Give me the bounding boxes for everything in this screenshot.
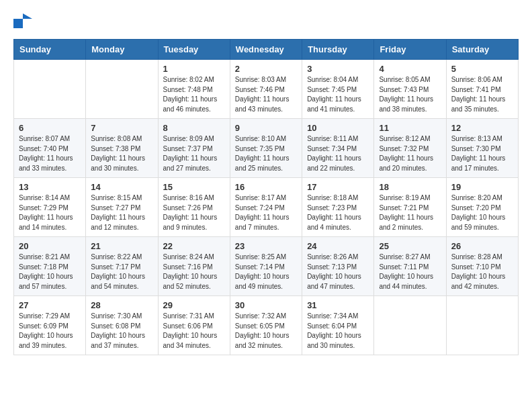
calendar-cell: 13Sunrise: 8:14 AM Sunset: 7:29 PM Dayli… (14, 178, 86, 237)
calendar-cell: 10Sunrise: 8:11 AM Sunset: 7:34 PM Dayli… (302, 119, 374, 178)
day-info: Sunrise: 8:16 AM Sunset: 7:26 PM Dayligh… (163, 193, 225, 232)
calendar-cell: 27Sunrise: 7:29 AM Sunset: 6:09 PM Dayli… (14, 296, 86, 355)
calendar-cell: 7Sunrise: 8:08 AM Sunset: 7:38 PM Daylig… (86, 119, 158, 178)
calendar-cell: 28Sunrise: 7:30 AM Sunset: 6:08 PM Dayli… (86, 296, 158, 355)
calendar-cell: 30Sunrise: 7:32 AM Sunset: 6:05 PM Dayli… (230, 296, 302, 355)
day-number: 19 (451, 182, 513, 192)
day-number: 4 (379, 64, 441, 74)
day-number: 25 (379, 241, 441, 251)
day-info: Sunrise: 8:17 AM Sunset: 7:24 PM Dayligh… (235, 193, 297, 232)
calendar-cell: 19Sunrise: 8:20 AM Sunset: 7:20 PM Dayli… (446, 178, 518, 237)
day-number: 7 (91, 123, 152, 133)
day-info: Sunrise: 8:18 AM Sunset: 7:23 PM Dayligh… (307, 193, 369, 232)
calendar-cell: 4Sunrise: 8:05 AM Sunset: 7:43 PM Daylig… (374, 60, 446, 119)
day-number: 13 (19, 182, 81, 192)
day-number: 1 (163, 64, 225, 74)
calendar-cell: 8Sunrise: 8:09 AM Sunset: 7:37 PM Daylig… (158, 119, 230, 178)
day-number: 11 (379, 123, 441, 133)
calendar-cell: 18Sunrise: 8:19 AM Sunset: 7:21 PM Dayli… (374, 178, 446, 237)
calendar-week-1: 1Sunrise: 8:02 AM Sunset: 7:48 PM Daylig… (14, 60, 519, 119)
day-info: Sunrise: 8:24 AM Sunset: 7:16 PM Dayligh… (163, 253, 225, 291)
day-number: 9 (235, 123, 297, 133)
day-number: 29 (163, 300, 225, 310)
weekday-header-thursday: Thursday (302, 40, 374, 60)
day-info: Sunrise: 8:26 AM Sunset: 7:13 PM Dayligh… (307, 253, 369, 291)
day-info: Sunrise: 8:13 AM Sunset: 7:30 PM Dayligh… (451, 134, 513, 173)
day-number: 16 (235, 182, 297, 192)
weekday-header-tuesday: Tuesday (158, 40, 230, 60)
day-info: Sunrise: 8:21 AM Sunset: 7:18 PM Dayligh… (19, 253, 81, 291)
day-number: 14 (91, 182, 152, 192)
day-number: 3 (307, 64, 369, 74)
day-info: Sunrise: 8:15 AM Sunset: 7:27 PM Dayligh… (91, 193, 152, 232)
svg-rect-0 (13, 19, 23, 28)
day-number: 24 (307, 241, 369, 251)
day-number: 26 (451, 241, 513, 251)
day-info: Sunrise: 8:14 AM Sunset: 7:29 PM Dayligh… (19, 193, 81, 232)
day-info: Sunrise: 8:12 AM Sunset: 7:32 PM Dayligh… (379, 134, 441, 173)
day-number: 15 (163, 182, 225, 192)
calendar-week-4: 20Sunrise: 8:21 AM Sunset: 7:18 PM Dayli… (14, 237, 519, 296)
calendar-cell: 9Sunrise: 8:10 AM Sunset: 7:35 PM Daylig… (230, 119, 302, 178)
weekday-header-row: SundayMondayTuesdayWednesdayThursdayFrid… (14, 40, 519, 60)
calendar-cell (14, 60, 86, 119)
day-info: Sunrise: 8:19 AM Sunset: 7:21 PM Dayligh… (379, 193, 441, 232)
calendar-cell: 21Sunrise: 8:22 AM Sunset: 7:17 PM Dayli… (86, 237, 158, 296)
day-info: Sunrise: 8:06 AM Sunset: 7:41 PM Dayligh… (451, 75, 513, 114)
calendar-week-2: 6Sunrise: 8:07 AM Sunset: 7:40 PM Daylig… (14, 119, 519, 178)
day-info: Sunrise: 8:11 AM Sunset: 7:34 PM Dayligh… (307, 134, 369, 173)
day-info: Sunrise: 8:02 AM Sunset: 7:48 PM Dayligh… (163, 75, 225, 114)
calendar-cell: 31Sunrise: 7:34 AM Sunset: 6:04 PM Dayli… (302, 296, 374, 355)
calendar-cell: 3Sunrise: 8:04 AM Sunset: 7:45 PM Daylig… (302, 60, 374, 119)
svg-marker-1 (23, 13, 32, 19)
day-info: Sunrise: 7:30 AM Sunset: 6:08 PM Dayligh… (91, 312, 152, 351)
calendar-cell: 25Sunrise: 8:27 AM Sunset: 7:11 PM Dayli… (374, 237, 446, 296)
day-number: 6 (19, 123, 81, 133)
day-info: Sunrise: 8:25 AM Sunset: 7:14 PM Dayligh… (235, 253, 297, 291)
day-number: 30 (235, 300, 297, 310)
calendar-cell: 23Sunrise: 8:25 AM Sunset: 7:14 PM Dayli… (230, 237, 302, 296)
day-info: Sunrise: 8:03 AM Sunset: 7:46 PM Dayligh… (235, 75, 297, 114)
calendar-cell (446, 296, 518, 355)
day-number: 5 (451, 64, 513, 74)
day-number: 23 (235, 241, 297, 251)
calendar-cell: 22Sunrise: 8:24 AM Sunset: 7:16 PM Dayli… (158, 237, 230, 296)
logo-icon (13, 13, 32, 28)
calendar-week-3: 13Sunrise: 8:14 AM Sunset: 7:29 PM Dayli… (14, 178, 519, 237)
weekday-header-friday: Friday (374, 40, 446, 60)
calendar-week-5: 27Sunrise: 7:29 AM Sunset: 6:09 PM Dayli… (14, 296, 519, 355)
calendar-cell: 24Sunrise: 8:26 AM Sunset: 7:13 PM Dayli… (302, 237, 374, 296)
calendar-cell: 14Sunrise: 8:15 AM Sunset: 7:27 PM Dayli… (86, 178, 158, 237)
day-number: 18 (379, 182, 441, 192)
calendar-cell: 6Sunrise: 8:07 AM Sunset: 7:40 PM Daylig… (14, 119, 86, 178)
day-info: Sunrise: 8:09 AM Sunset: 7:37 PM Dayligh… (163, 134, 225, 173)
weekday-header-saturday: Saturday (446, 40, 518, 60)
calendar-cell (86, 60, 158, 119)
day-info: Sunrise: 8:27 AM Sunset: 7:11 PM Dayligh… (379, 253, 441, 291)
day-info: Sunrise: 8:20 AM Sunset: 7:20 PM Dayligh… (451, 193, 513, 232)
day-info: Sunrise: 7:29 AM Sunset: 6:09 PM Dayligh… (19, 312, 81, 351)
calendar-cell: 16Sunrise: 8:17 AM Sunset: 7:24 PM Dayli… (230, 178, 302, 237)
calendar-cell: 26Sunrise: 8:28 AM Sunset: 7:10 PM Dayli… (446, 237, 518, 296)
day-number: 12 (451, 123, 513, 133)
day-info: Sunrise: 8:08 AM Sunset: 7:38 PM Dayligh… (91, 134, 152, 173)
calendar-cell: 5Sunrise: 8:06 AM Sunset: 7:41 PM Daylig… (446, 60, 518, 119)
day-info: Sunrise: 8:28 AM Sunset: 7:10 PM Dayligh… (451, 253, 513, 291)
day-number: 22 (163, 241, 225, 251)
day-info: Sunrise: 7:32 AM Sunset: 6:05 PM Dayligh… (235, 312, 297, 351)
day-info: Sunrise: 8:22 AM Sunset: 7:17 PM Dayligh… (91, 253, 152, 291)
day-number: 28 (91, 300, 152, 310)
day-number: 10 (307, 123, 369, 133)
weekday-header-wednesday: Wednesday (230, 40, 302, 60)
day-info: Sunrise: 8:05 AM Sunset: 7:43 PM Dayligh… (379, 75, 441, 114)
calendar-cell: 29Sunrise: 7:31 AM Sunset: 6:06 PM Dayli… (158, 296, 230, 355)
day-info: Sunrise: 8:10 AM Sunset: 7:35 PM Dayligh… (235, 134, 297, 173)
day-number: 31 (307, 300, 369, 310)
calendar-table: SundayMondayTuesdayWednesdayThursdayFrid… (13, 39, 519, 355)
day-number: 20 (19, 241, 81, 251)
calendar-cell (374, 296, 446, 355)
calendar-cell: 15Sunrise: 8:16 AM Sunset: 7:26 PM Dayli… (158, 178, 230, 237)
day-number: 2 (235, 64, 297, 74)
calendar-cell: 20Sunrise: 8:21 AM Sunset: 7:18 PM Dayli… (14, 237, 86, 296)
calendar-cell: 11Sunrise: 8:12 AM Sunset: 7:32 PM Dayli… (374, 119, 446, 178)
